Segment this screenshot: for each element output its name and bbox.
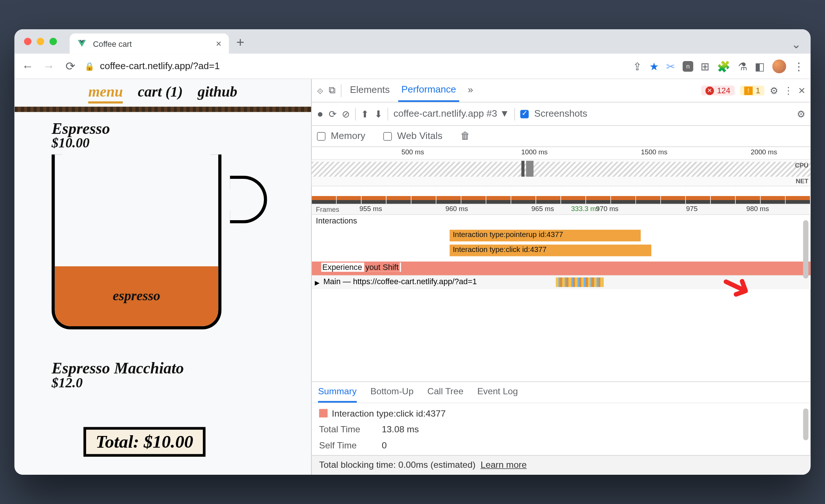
new-tab-button[interactable]: + [236,34,244,54]
forward-button[interactable]: → [42,59,56,73]
product-price: $12.0 [52,375,311,391]
tab-event-log[interactable]: Event Log [477,386,518,403]
browser-tab[interactable]: Coffee cart × [70,34,229,54]
maximize-window-button[interactable] [49,38,57,45]
tick: 2000 ms [751,148,777,156]
minimize-window-button[interactable] [37,38,44,45]
self-time-key: Self Time [319,440,372,451]
browser-window: Coffee cart × + ⌄ ← → ⟳ 🔒 coffee-cart.ne… [15,29,811,475]
page-nav: menu cart (1) github [15,79,311,106]
kebab-menu-icon[interactable]: ⋮ [794,60,804,72]
memory-checkbox[interactable] [317,132,325,140]
profile-avatar[interactable] [772,59,786,73]
scrollbar-thumb[interactable] [803,220,809,279]
product-name: Espresso [52,120,311,138]
scrollbar-thumb[interactable] [803,409,809,440]
devtools-close-icon[interactable]: × [798,84,805,98]
nav-cart-link[interactable]: cart (1) [138,83,183,104]
extension-n-icon[interactable]: n [683,61,693,71]
close-tab-icon[interactable]: × [216,38,221,49]
blocking-time-text: Total blocking time: 0.00ms (estimated) [319,460,475,470]
main-thread-row[interactable]: ▶ Main — https://coffee-cart.netlify.app… [312,275,811,289]
blocking-time-footer: Total blocking time: 0.00ms (estimated) … [312,455,811,475]
flamechart-area[interactable]: Interactions Interaction type:pointerup … [312,215,811,381]
experience-track[interactable]: Experience yout Shift [312,262,811,275]
perf-options-row: Memory Web Vitals 🗑 [312,126,811,147]
tick: 1500 ms [641,148,667,156]
url-text: coffee-cart.netlify.app/?ad=1 [100,61,220,72]
reload-record-button[interactable]: ⟳ [329,108,337,120]
expand-triangle-icon[interactable]: ▶ [315,279,320,286]
side-panel-icon[interactable]: ◧ [755,60,765,72]
mug-graphic[interactable]: espresso [52,154,243,340]
scissors-icon[interactable]: ✂ [666,60,675,72]
tab-summary[interactable]: Summary [318,386,356,403]
warning-count-pill[interactable]: !1 [740,86,764,96]
summary-pane: Interaction type:click id:4377 Total Tim… [312,403,811,455]
total-time-value: 13.08 ms [382,424,419,435]
tab-bottom-up[interactable]: Bottom-Up [370,386,414,403]
interaction-bar-pointerup[interactable]: Interaction type:pointerup id:4377 [450,230,641,241]
interactions-track-label: Interactions [316,216,357,225]
overview-cpu-band[interactable]: CPU NET [312,160,811,187]
error-count-pill[interactable]: ✕124 [701,86,734,96]
close-window-button[interactable] [24,38,31,45]
device-toggle-icon[interactable]: ⧉ [329,85,336,96]
product-card-espresso: Espresso $10.00 espresso [15,120,311,340]
devtools-kebab-icon[interactable]: ⋮ [784,85,793,97]
trash-icon[interactable]: 🗑 [460,131,470,142]
extension-grid-icon[interactable]: ⊞ [701,60,710,72]
experience-label: Experience [322,263,362,272]
upload-icon[interactable]: ⬆ [361,108,369,120]
nav-menu-link[interactable]: menu [88,83,123,104]
screenshot-filmstrip[interactable] [312,186,811,204]
reload-button[interactable]: ⟳ [63,59,77,73]
main-thread-label: Main — https://coffee-cart.netlify.app/?… [323,277,477,286]
learn-more-link[interactable]: Learn more [481,460,527,470]
tab-call-tree[interactable]: Call Tree [428,386,464,403]
bookmark-star-icon[interactable]: ★ [649,60,659,72]
tick: 975 [686,205,698,213]
inspect-icon[interactable]: ⟐ [317,84,323,97]
screenshots-label: Screenshots [534,108,587,119]
tick: 970 ms [596,205,619,213]
product-card-macchiato: Espresso Macchiato $12.0 [15,359,311,391]
clear-button[interactable]: ⊘ [342,108,350,120]
total-chip[interactable]: Total: $10.00 [83,427,205,457]
perf-toolbar: ● ⟳ ⊘ ⬆ ⬇ coffee-cart.netlify.app #3 ▼ S… [312,102,811,126]
tab-elements[interactable]: Elements [347,80,393,101]
share-icon[interactable]: ⇪ [633,60,642,72]
net-label: NET [796,177,809,185]
overview-time-axis[interactable]: 500 ms 1000 ms 1500 ms 2000 ms [312,147,811,160]
webvitals-checkbox[interactable] [383,132,392,140]
nav-github-link[interactable]: github [198,83,237,104]
product-name: Espresso Macchiato [52,359,311,377]
record-button[interactable]: ● [317,108,324,120]
capture-settings-gear-icon[interactable]: ⚙ [797,108,805,120]
content-area: menu cart (1) github Espresso $10.00 esp… [15,79,811,475]
interaction-bar-click[interactable]: Interaction type:click id:4377 [450,245,652,256]
product-price: $10.00 [52,135,311,151]
url-field[interactable]: 🔒 coffee-cart.netlify.app/?ad=1 [85,61,626,72]
tab-title: Coffee cart [93,39,132,48]
nav-divider [15,107,311,112]
toolbar-right: ⇪ ★ ✂ n ⊞ 🧩 ⚗ ◧ ⋮ [633,59,804,73]
main-thread-bars [556,278,604,287]
screenshots-checkbox[interactable] [520,110,529,118]
tab-performance[interactable]: Performance [398,79,459,102]
back-button[interactable]: ← [21,59,35,73]
tick: 955 ms [359,205,382,213]
frames-label: Frames [312,205,339,213]
tab-more[interactable]: » [464,80,476,101]
summary-swatch [319,409,328,417]
tick: 965 ms [531,205,554,213]
extensions-puzzle-icon[interactable]: 🧩 [717,60,730,72]
tabs-dropdown-icon[interactable]: ⌄ [791,38,801,54]
frames-ruler[interactable]: Frames 333.3 ms 955 ms 960 ms 965 ms 970… [312,204,811,215]
experience-text: yout Shift [364,263,399,272]
tab-strip: Coffee cart × + ⌄ [15,29,811,54]
labs-flask-icon[interactable]: ⚗ [738,60,747,72]
recording-select[interactable]: coffee-cart.netlify.app #3 ▼ [393,108,509,119]
settings-gear-icon[interactable]: ⚙ [770,85,778,97]
download-icon[interactable]: ⬇ [374,108,382,120]
